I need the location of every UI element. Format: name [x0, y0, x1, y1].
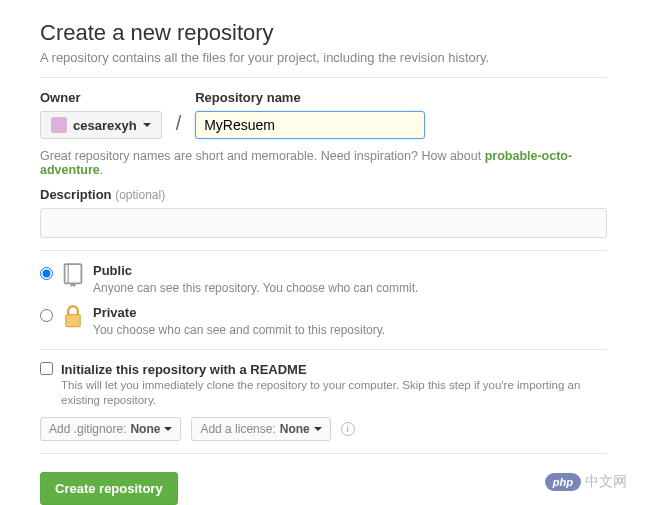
divider: [40, 77, 607, 78]
repo-name-input[interactable]: [195, 111, 425, 139]
private-radio[interactable]: [40, 309, 53, 322]
slash-separator: /: [174, 112, 184, 139]
repo-icon: [63, 263, 83, 287]
owner-name: cesarexyh: [73, 118, 137, 133]
page-title: Create a new repository: [40, 20, 607, 46]
owner-select[interactable]: cesarexyh: [40, 111, 162, 139]
info-icon[interactable]: i: [341, 422, 355, 436]
svg-rect-2: [66, 315, 80, 327]
create-repository-button[interactable]: Create repository: [40, 472, 178, 505]
repo-name-label: Repository name: [195, 90, 425, 105]
page-subtitle: A repository contains all the files for …: [40, 50, 607, 65]
private-title: Private: [93, 305, 385, 320]
divider: [40, 453, 607, 454]
public-title: Public: [93, 263, 418, 278]
visibility-public-option[interactable]: Public Anyone can see this repository. Y…: [40, 263, 607, 295]
gitignore-select[interactable]: Add .gitignore: None: [40, 417, 181, 441]
watermark-text: 中文网: [585, 473, 627, 491]
owner-label: Owner: [40, 90, 162, 105]
public-radio[interactable]: [40, 267, 53, 280]
lock-icon: [63, 305, 83, 329]
chevron-down-icon: [164, 427, 172, 431]
php-badge: php: [545, 473, 581, 491]
divider: [40, 250, 607, 251]
divider: [40, 349, 607, 350]
public-desc: Anyone can see this repository. You choo…: [93, 281, 418, 295]
description-input[interactable]: [40, 208, 607, 238]
readme-checkbox[interactable]: [40, 362, 53, 375]
description-label: Description (optional): [40, 187, 607, 202]
watermark: php 中文网: [545, 473, 627, 491]
avatar-icon: [51, 117, 67, 133]
license-select[interactable]: Add a license: None: [191, 417, 330, 441]
name-hint: Great repository names are short and mem…: [40, 149, 607, 177]
visibility-private-option[interactable]: Private You choose who can see and commi…: [40, 305, 607, 337]
svg-rect-0: [65, 264, 82, 283]
readme-title: Initialize this repository with a README: [61, 362, 607, 377]
chevron-down-icon: [143, 123, 151, 127]
readme-option[interactable]: Initialize this repository with a README…: [40, 362, 607, 407]
readme-desc: This will let you immediately clone the …: [61, 379, 580, 406]
chevron-down-icon: [314, 427, 322, 431]
private-desc: You choose who can see and commit to thi…: [93, 323, 385, 337]
